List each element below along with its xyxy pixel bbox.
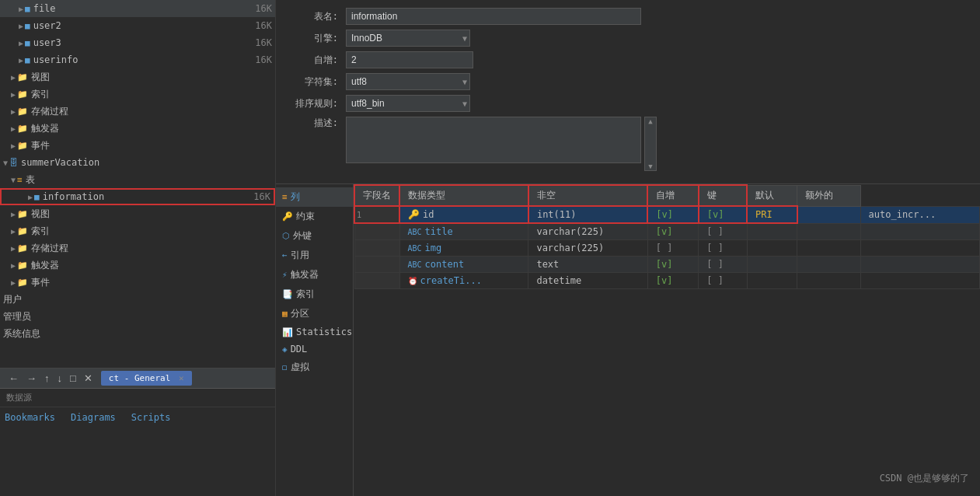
close-panel-icon[interactable]: ✕ bbox=[82, 372, 95, 385]
engine-select[interactable]: InnoDB bbox=[346, 30, 470, 47]
foreignkeys-nav-icon: ⬡ bbox=[282, 231, 290, 241]
abc-icon: ABC bbox=[408, 260, 422, 269]
nav-back-icon[interactable]: ← bbox=[6, 372, 21, 385]
desc-scrollbar[interactable]: ▲ ▼ bbox=[644, 117, 657, 171]
table-row[interactable]: ABCtitle varchar(225) [v] [ ] bbox=[354, 223, 980, 240]
expand-arrow: ▶ bbox=[11, 278, 16, 287]
nav-item-ddl[interactable]: ◈ DDL bbox=[276, 341, 353, 358]
sidebar-item-views1[interactable]: ▶ 📁 视图 bbox=[0, 68, 275, 86]
sidebar-item-trigger1[interactable]: ▶ 📁 触发器 bbox=[0, 120, 275, 137]
nav-item-indexes[interactable]: 📑 索引 bbox=[276, 285, 353, 304]
diagrams-link[interactable]: Diagrams bbox=[71, 412, 116, 423]
table-row[interactable]: ABCimg varchar(225) [ ] [ ] bbox=[354, 240, 980, 257]
sidebar-tree: ▶ ■ file 16K ▶ ■ user2 16K ▶ ■ user3 16K bbox=[0, 0, 275, 368]
nav-item-statistics[interactable]: 📊 Statistics bbox=[276, 323, 353, 341]
table-row[interactable]: ⏰createTi... datetime [v] [ ] bbox=[354, 273, 980, 289]
expand-arrow: ▶ bbox=[19, 56, 23, 65]
sidebar-item-user2[interactable]: ▶ ■ user2 16K bbox=[0, 17, 275, 34]
sidebar-item-proc2[interactable]: ▶ 📁 存储过程 bbox=[0, 239, 275, 257]
columns-nav-icon: ≡ bbox=[282, 192, 288, 202]
sidebar-item-userinfo[interactable]: ▶ ■ userinfo 16K bbox=[0, 51, 275, 68]
row-num bbox=[354, 257, 399, 273]
item-label: 事件 bbox=[31, 139, 272, 152]
partitions-nav-icon: ▦ bbox=[282, 309, 288, 319]
autoinc-input[interactable] bbox=[346, 51, 473, 68]
table-row[interactable]: 1 🔑id int(11) [v] [v] PRI auto_incr... bbox=[354, 206, 980, 223]
sidebar-item-summervacation[interactable]: ▼ 🗄 summerVacation bbox=[0, 154, 275, 171]
expand-arrow: ▶ bbox=[11, 261, 16, 270]
autoinc-label: 自增: bbox=[291, 54, 338, 67]
sidebar-item-information[interactable]: ▶ ■ information 16K bbox=[0, 188, 275, 205]
sidebar-item-index2[interactable]: ▶ 📁 索引 bbox=[0, 222, 275, 239]
table-row[interactable]: ABCcontent text [v] [ ] bbox=[354, 257, 980, 273]
expand-arrow: ▶ bbox=[11, 141, 16, 150]
item-label: 用户 bbox=[3, 293, 272, 306]
folder-icon: 📁 bbox=[17, 72, 28, 82]
desc-textarea[interactable] bbox=[346, 117, 641, 163]
key-icon: 🔑 bbox=[408, 209, 420, 220]
field-icon: ⏰createTi... bbox=[399, 273, 528, 289]
field-key bbox=[747, 223, 797, 240]
sidebar-item-event2[interactable]: ▶ 📁 事件 bbox=[0, 274, 275, 291]
minimize-icon[interactable]: □ bbox=[68, 372, 78, 385]
sidebar-item-event1[interactable]: ▶ 📁 事件 bbox=[0, 137, 275, 154]
sidebar-item-users[interactable]: 用户 bbox=[0, 291, 275, 308]
folder-icon: 📁 bbox=[17, 278, 28, 288]
ddl-nav-icon: ◈ bbox=[282, 344, 288, 355]
table-icon: ■ bbox=[25, 38, 30, 48]
nav-up-icon[interactable]: ↑ bbox=[42, 372, 52, 385]
prop-engine-row: 引擎: InnoDB ▼ bbox=[291, 30, 964, 47]
item-label: 视图 bbox=[31, 208, 272, 221]
sidebar-item-file[interactable]: ▶ ■ file 16K bbox=[0, 0, 275, 17]
nav-item-references[interactable]: ← 引用 bbox=[276, 246, 353, 265]
field-icon: ABCcontent bbox=[399, 257, 528, 273]
table-icon: ■ bbox=[25, 4, 30, 14]
bookmarks-link[interactable]: Bookmarks bbox=[5, 412, 55, 423]
folder-icon: 📁 bbox=[17, 209, 28, 219]
item-size: 16K bbox=[247, 54, 272, 65]
nav-item-partitions[interactable]: ▦ 分区 bbox=[276, 304, 353, 323]
sidebar-item-sysinfo[interactable]: 系统信息 bbox=[0, 325, 275, 342]
table-icon: ■ bbox=[25, 55, 30, 65]
nav-item-columns[interactable]: ≡ 列 bbox=[276, 187, 353, 207]
field-notnull: [ ] bbox=[647, 240, 699, 257]
nav-item-foreignkeys[interactable]: ⬡ 外键 bbox=[276, 226, 353, 246]
collation-select[interactable]: utf8_bin bbox=[346, 95, 470, 112]
field-default bbox=[797, 223, 860, 240]
expand-arrow: ▶ bbox=[11, 244, 16, 253]
row-num bbox=[354, 240, 399, 257]
field-notnull: [v] bbox=[647, 223, 699, 240]
nav-refresh-icon[interactable]: ↓ bbox=[55, 372, 65, 385]
field-autoinc: [ ] bbox=[699, 223, 747, 240]
tab-close-icon[interactable]: ✕ bbox=[179, 373, 184, 383]
sidebar-item-user3[interactable]: ▶ ■ user3 16K bbox=[0, 34, 275, 51]
expand-arrow: ▼ bbox=[3, 159, 8, 167]
field-key bbox=[747, 257, 797, 273]
field-extra: auto_incr... bbox=[860, 206, 979, 223]
col-header-default: 默认 bbox=[747, 185, 797, 206]
tablename-input[interactable] bbox=[346, 8, 641, 25]
scroll-up-icon[interactable]: ▲ bbox=[648, 117, 652, 125]
sidebar-item-proc1[interactable]: ▶ 📁 存储过程 bbox=[0, 103, 275, 120]
virtual-nav-icon: ◻ bbox=[282, 362, 288, 372]
scripts-link[interactable]: Scripts bbox=[131, 412, 171, 423]
sidebar-item-index1[interactable]: ▶ 📁 索引 bbox=[0, 86, 275, 103]
nav-item-triggers[interactable]: ⚡ 触发器 bbox=[276, 265, 353, 285]
sidebar-item-table-folder[interactable]: ▼ ≡ 表 bbox=[0, 171, 275, 188]
nav-item-constraints[interactable]: 🔑 约束 bbox=[276, 207, 353, 226]
expand-arrow: ▶ bbox=[11, 210, 16, 218]
scroll-down-icon[interactable]: ▼ bbox=[648, 162, 652, 170]
field-icon: ABCimg bbox=[399, 240, 528, 257]
field-key: PRI bbox=[747, 206, 797, 223]
nav-item-virtual[interactable]: ◻ 虚拟 bbox=[276, 358, 353, 377]
col-header-name: 字段名 bbox=[354, 185, 399, 206]
tab-general[interactable]: ct - General ✕ bbox=[101, 371, 192, 386]
field-type: text bbox=[528, 257, 647, 273]
item-size: 16K bbox=[247, 20, 272, 31]
sidebar-item-admin[interactable]: 管理员 bbox=[0, 308, 275, 325]
indexes-nav-icon: 📑 bbox=[282, 289, 293, 299]
sidebar-item-trigger2[interactable]: ▶ 📁 触发器 bbox=[0, 257, 275, 274]
charset-select[interactable]: utf8 bbox=[346, 73, 470, 90]
nav-forward-icon[interactable]: → bbox=[24, 372, 39, 385]
sidebar-item-views2[interactable]: ▶ 📁 视图 bbox=[0, 205, 275, 222]
